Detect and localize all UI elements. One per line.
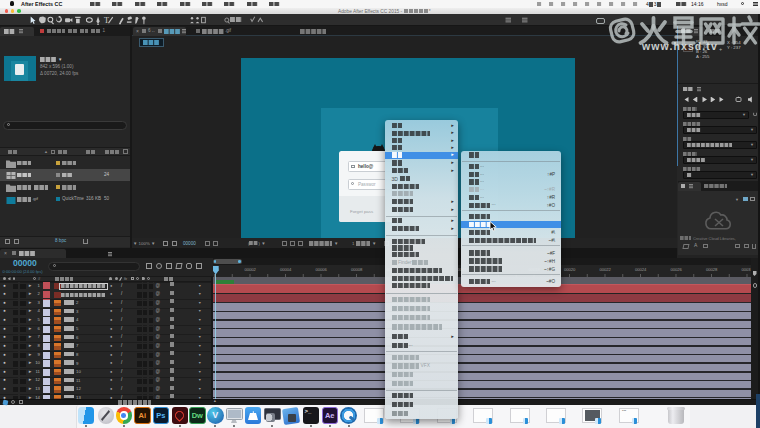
svg-text:T: T — [104, 16, 109, 25]
